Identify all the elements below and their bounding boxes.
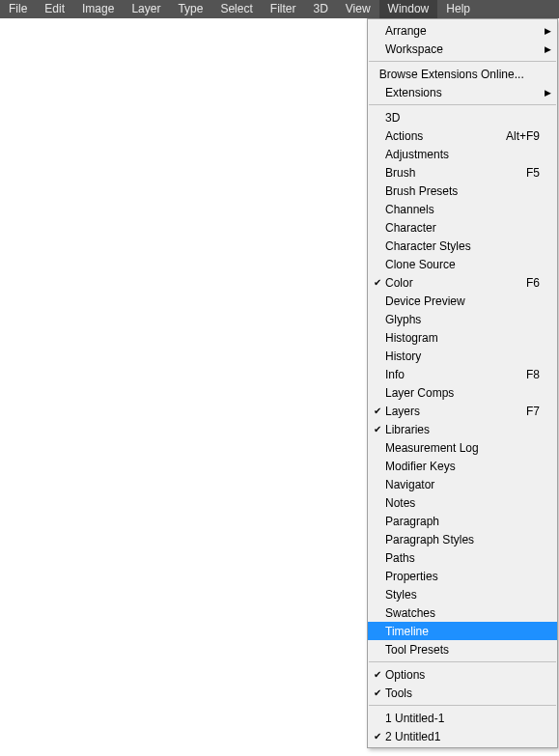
menu-item-label: Histogram (383, 331, 495, 345)
menubar-item-view[interactable]: View (337, 0, 379, 18)
menubar: FileEditImageLayerTypeSelectFilter3DView… (0, 0, 559, 18)
menu-item-3d[interactable]: 3D (368, 108, 557, 126)
submenu-arrow-icon: ▶ (542, 26, 551, 36)
menu-item-brush-presets[interactable]: Brush Presets (368, 182, 557, 200)
menu-item-glyphs[interactable]: Glyphs (368, 310, 557, 328)
menu-item-clone-source[interactable]: Clone Source (368, 255, 557, 273)
menu-separator (369, 661, 556, 662)
check-icon: ✔ (372, 684, 383, 702)
menu-item-label: Character (383, 221, 495, 235)
menubar-item-image[interactable]: Image (73, 0, 123, 18)
window-menu-dropdown: Arrange▶Workspace▶Browse Extensions Onli… (367, 18, 558, 748)
menu-item-label: Options (383, 668, 495, 682)
menu-item-device-preview[interactable]: Device Preview (368, 292, 557, 310)
menu-item-label: 3D (383, 111, 495, 125)
check-icon: ✔ (372, 402, 383, 420)
submenu-arrow-icon: ▶ (542, 44, 551, 54)
menu-item-arrange[interactable]: Arrange▶ (368, 21, 557, 40)
menu-item-label: 1 Untitled-1 (383, 712, 495, 725)
menubar-item-window[interactable]: Window (379, 0, 438, 18)
menu-item-measurement-log[interactable]: Measurement Log (368, 438, 557, 457)
menu-item-accelerator: F6 (495, 276, 542, 290)
menu-item-paragraph-styles[interactable]: Paragraph Styles (368, 530, 557, 548)
check-icon: ✔ (372, 665, 383, 684)
menubar-item-select[interactable]: Select (211, 0, 261, 18)
menu-separator (369, 61, 556, 62)
menu-item-label: Swatches (383, 606, 495, 620)
menu-item-options[interactable]: ✔Options (368, 665, 557, 684)
menu-item-adjustments[interactable]: Adjustments (368, 145, 557, 163)
menu-separator (369, 705, 556, 706)
menu-item-color[interactable]: ✔ColorF6 (368, 273, 557, 292)
menu-item-label: Layers (383, 405, 495, 418)
menubar-item-file[interactable]: File (0, 0, 36, 18)
menu-item-1-untitled-1[interactable]: 1 Untitled-1 (368, 709, 557, 727)
menu-item-info[interactable]: InfoF8 (368, 365, 557, 383)
menu-item-label: Styles (383, 588, 495, 602)
check-icon: ✔ (372, 420, 383, 438)
menu-item-styles[interactable]: Styles (368, 585, 557, 603)
menubar-item-layer[interactable]: Layer (123, 0, 169, 18)
menu-item-label: Workspace (383, 42, 495, 56)
menu-item-brush[interactable]: BrushF5 (368, 163, 557, 182)
menu-item-swatches[interactable]: Swatches (368, 603, 557, 622)
menu-item-tools[interactable]: ✔Tools (368, 684, 557, 702)
menu-item-layers[interactable]: ✔LayersF7 (368, 402, 557, 420)
menubar-item-edit[interactable]: Edit (36, 0, 73, 18)
menu-item-extensions[interactable]: Extensions▶ (368, 83, 557, 101)
menu-item-label: Paragraph Styles (383, 533, 495, 546)
menu-item-modifier-keys[interactable]: Modifier Keys (368, 457, 557, 475)
menu-item-label: Actions (383, 129, 495, 143)
menu-item-accelerator: Alt+F9 (495, 129, 542, 143)
menu-item-browse-extensions-online[interactable]: Browse Extensions Online... (368, 65, 557, 83)
menu-item-label: Navigator (383, 478, 495, 491)
menu-item-label: Extensions (383, 86, 495, 99)
menu-item-label: Brush Presets (383, 184, 495, 198)
menu-item-history[interactable]: History (368, 347, 557, 365)
menu-item-label: 2 Untitled1 (383, 730, 495, 743)
menu-item-label: Libraries (383, 423, 495, 436)
menu-item-character[interactable]: Character (368, 218, 557, 237)
menu-item-label: Adjustments (383, 148, 495, 161)
menu-item-label: Paragraph (383, 515, 495, 528)
submenu-arrow-icon: ▶ (542, 88, 551, 98)
menu-item-label: Channels (383, 203, 495, 216)
menubar-item-3d[interactable]: 3D (304, 0, 336, 18)
menu-item-paragraph[interactable]: Paragraph (368, 512, 557, 530)
menu-item-channels[interactable]: Channels (368, 200, 557, 218)
menu-item-paths[interactable]: Paths (368, 548, 557, 567)
menu-item-layer-comps[interactable]: Layer Comps (368, 383, 557, 402)
menu-item-workspace[interactable]: Workspace▶ (368, 40, 557, 58)
menu-item-label: Modifier Keys (383, 460, 495, 473)
menu-item-label: Color (383, 276, 495, 290)
menu-item-accelerator: F7 (495, 405, 542, 418)
menubar-item-help[interactable]: Help (437, 0, 479, 18)
menu-item-notes[interactable]: Notes (368, 493, 557, 512)
menu-item-label: Notes (383, 496, 495, 510)
menu-item-label: Measurement Log (383, 441, 495, 455)
check-icon: ✔ (372, 727, 383, 745)
menu-item-actions[interactable]: ActionsAlt+F9 (368, 126, 557, 145)
menu-item-label: Paths (383, 551, 495, 565)
menubar-item-type[interactable]: Type (169, 0, 211, 18)
menu-item-libraries[interactable]: ✔Libraries (368, 420, 557, 438)
menu-item-label: Arrange (383, 24, 495, 38)
menu-item-2-untitled1[interactable]: ✔2 Untitled1 (368, 727, 557, 745)
menu-item-label: Character Styles (383, 239, 495, 253)
menu-item-histogram[interactable]: Histogram (368, 328, 557, 347)
menu-item-label: Glyphs (383, 313, 495, 326)
menu-item-tool-presets[interactable]: Tool Presets (368, 640, 557, 658)
menu-item-label: Timeline (383, 625, 495, 638)
menu-separator (369, 104, 556, 105)
menu-item-label: Device Preview (383, 294, 495, 308)
menu-item-properties[interactable]: Properties (368, 567, 557, 585)
menu-item-label: Brush (383, 166, 495, 180)
menu-item-label: Layer Comps (383, 386, 495, 400)
menu-item-navigator[interactable]: Navigator (368, 475, 557, 493)
menu-item-accelerator: F8 (495, 368, 542, 381)
menu-item-label: Properties (383, 570, 495, 583)
menu-item-timeline[interactable]: Timeline (368, 622, 557, 640)
menubar-item-filter[interactable]: Filter (262, 0, 305, 18)
menu-item-character-styles[interactable]: Character Styles (368, 237, 557, 255)
menu-item-accelerator: F5 (495, 166, 542, 180)
